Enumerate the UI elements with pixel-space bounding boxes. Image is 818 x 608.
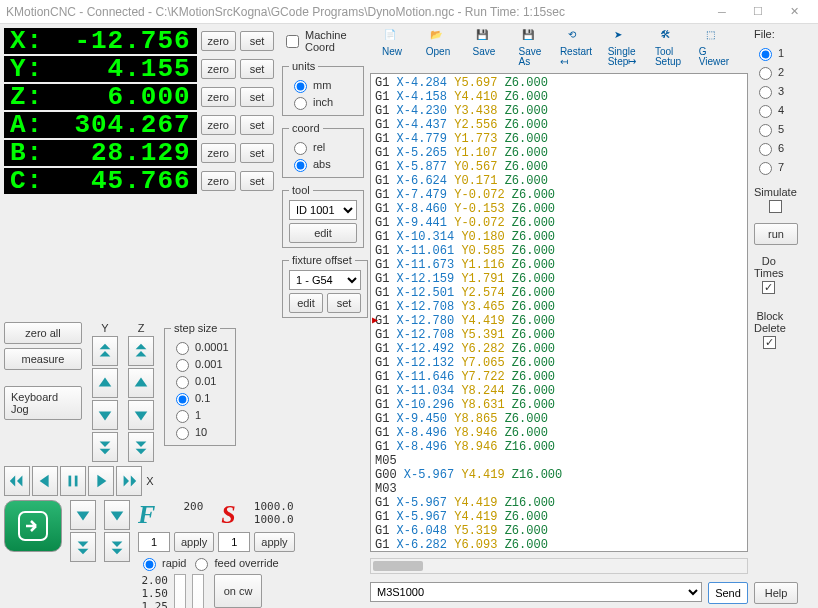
machine-coord-checkbox[interactable]: Machine Coord [282, 29, 364, 53]
keyboard-jog-button[interactable]: Keyboard Jog [4, 386, 82, 420]
toolbar-new-button[interactable]: 📄New [370, 30, 414, 67]
do-times-checkbox[interactable] [762, 281, 775, 294]
rapid-radio[interactable]: rapid [138, 555, 186, 571]
gcode-line[interactable]: G1 X-8.496 Y8.946 Z16.000 [375, 440, 743, 454]
gcode-line[interactable]: G1 X-11.673 Y1.116 Z6.000 [375, 258, 743, 272]
coord-rel-radio[interactable]: rel [289, 139, 357, 155]
gcode-line[interactable]: G1 X-12.132 Y7.065 Z6.000 [375, 356, 743, 370]
set-b-button[interactable]: set [240, 143, 274, 163]
gcode-line[interactable]: G1 X-10.296 Y8.631 Z6.000 [375, 398, 743, 412]
gcode-line[interactable]: M05 [375, 454, 743, 468]
jog-x-plus[interactable] [88, 466, 114, 496]
gcode-line[interactable]: G1 X-11.646 Y7.722 Z6.000 [375, 370, 743, 384]
file-2-radio[interactable]: 2 [754, 64, 784, 80]
step-10-radio[interactable]: 10 [171, 424, 229, 440]
gcode-line[interactable]: G1 X-6.048 Y5.319 Z6.000 [375, 524, 743, 538]
set-y-button[interactable]: set [240, 59, 274, 79]
gcode-listing[interactable]: G1 X-4.284 Y5.697 Z6.000G1 X-4.158 Y4.41… [370, 73, 748, 552]
gcode-line[interactable]: M03 [375, 482, 743, 496]
gcode-line[interactable]: G1 X-12.159 Y1.791 Z6.000 [375, 272, 743, 286]
mdi-command-select[interactable]: M3S1000 [370, 582, 702, 602]
jog-x-minus[interactable] [32, 466, 58, 496]
window-close-button[interactable]: ✕ [776, 0, 812, 24]
zero-b-button[interactable]: zero [201, 143, 236, 163]
step-0.0001-radio[interactable]: 0.0001 [171, 339, 229, 355]
fixture-select[interactable]: 1 - G54 [289, 270, 361, 290]
gcode-line[interactable]: G1 X-10.314 Y0.180 Z6.000 [375, 230, 743, 244]
gcode-line[interactable]: G1 X-12.501 Y2.574 Z6.000 [375, 286, 743, 300]
gcode-line[interactable]: G1 X-5.967 Y4.419 Z16.000 [375, 496, 743, 510]
toolbar-save-button[interactable]: 💾Save [462, 30, 506, 67]
gcode-line[interactable]: G1 X-9.441 Y-0.072 Z6.000 [375, 216, 743, 230]
jog-z-minus-fast[interactable] [128, 432, 154, 462]
window-minimize-button[interactable]: ─ [704, 0, 740, 24]
gcode-line[interactable]: G00 X-5.967 Y4.419 Z16.000 [375, 468, 743, 482]
gcode-line[interactable]: G1 X-12.708 Y5.391 Z6.000 [375, 328, 743, 342]
gcode-line[interactable]: G1 X-7.479 Y-0.072 Z6.000 [375, 188, 743, 202]
jog-z-minus[interactable] [128, 400, 154, 430]
set-x-button[interactable]: set [240, 31, 274, 51]
file-6-radio[interactable]: 6 [754, 140, 784, 156]
jog-y-minus[interactable] [92, 400, 118, 430]
jog-x-plus-fast[interactable] [116, 466, 142, 496]
set-z-button[interactable]: set [240, 87, 274, 107]
file-4-radio[interactable]: 4 [754, 102, 784, 118]
zero-a-button[interactable]: zero [201, 115, 236, 135]
zero-c-button[interactable]: zero [201, 171, 236, 191]
block-delete-checkbox[interactable] [763, 336, 776, 349]
toolbar-single-button[interactable]: ➤Single Step↦ [600, 30, 644, 67]
file-7-radio[interactable]: 7 [754, 159, 784, 175]
file-3-radio[interactable]: 3 [754, 83, 784, 99]
zero-z-button[interactable]: zero [201, 87, 236, 107]
coord-abs-radio[interactable]: abs [289, 156, 357, 172]
gcode-line[interactable]: G1 X-4.437 Y2.556 Z6.000 [375, 118, 743, 132]
zero-y-button[interactable]: zero [201, 59, 236, 79]
toolbar-saveas-button[interactable]: 💾Save As [508, 30, 552, 67]
jog-z-plus-fast[interactable] [128, 336, 154, 366]
jog-z-plus[interactable] [128, 368, 154, 398]
gcode-line[interactable]: G1 X-6.624 Y0.171 Z6.000 [375, 174, 743, 188]
step-0.001-radio[interactable]: 0.001 [171, 356, 229, 372]
spindle-override-slider[interactable] [192, 574, 204, 608]
simulate-checkbox[interactable] [769, 200, 782, 213]
toolbar-restart-button[interactable]: ⟲Restart ↤ [554, 30, 598, 67]
gcode-line[interactable]: G1 X-5.265 Y1.107 Z6.000 [375, 146, 743, 160]
gcode-line[interactable]: G1 X-5.967 Y4.419 Z6.000 [375, 510, 743, 524]
file-1-radio[interactable]: 1 [754, 45, 784, 61]
toolbar-tool-button[interactable]: 🛠Tool Setup [646, 30, 690, 67]
zero-x-button[interactable]: zero [201, 31, 236, 51]
gcode-hscrollbar[interactable] [370, 558, 748, 574]
feed-override-slider[interactable] [174, 574, 186, 608]
tool-select[interactable]: ID 1001 [289, 200, 357, 220]
toolbar-open-button[interactable]: 📂Open [416, 30, 460, 67]
fixture-edit-button[interactable]: edit [289, 293, 323, 313]
step-col2-down[interactable] [104, 500, 130, 530]
window-maximize-button[interactable]: ☐ [740, 0, 776, 24]
step-1-radio[interactable]: 1 [171, 407, 229, 423]
gcode-line[interactable]: G1 X-4.230 Y3.438 Z6.000 [375, 104, 743, 118]
feed-apply-button[interactable]: apply [174, 532, 214, 552]
gcode-line[interactable]: G1 X-4.158 Y4.410 Z6.000 [375, 90, 743, 104]
step-0.01-radio[interactable]: 0.01 [171, 373, 229, 389]
units-inch-radio[interactable]: inch [289, 94, 357, 110]
gcode-line[interactable]: G1 X-8.496 Y8.946 Z6.000 [375, 426, 743, 440]
gcode-line[interactable]: G1 X-4.779 Y1.773 Z6.000 [375, 132, 743, 146]
gcode-line[interactable]: G1 X-12.492 Y6.282 Z6.000 [375, 342, 743, 356]
file-5-radio[interactable]: 5 [754, 121, 784, 137]
gcode-line[interactable]: G1 X-11.061 Y0.585 Z6.000 [375, 244, 743, 258]
feed-override-radio[interactable]: feed override [190, 555, 278, 571]
gcode-line[interactable]: G1 X-12.708 Y3.465 Z6.000 [375, 300, 743, 314]
jog-pause[interactable] [60, 466, 86, 496]
spindle-override-input[interactable] [218, 532, 250, 552]
gcode-line[interactable]: G1 X-9.450 Y8.865 Z6.000 [375, 412, 743, 426]
fixture-set-button[interactable]: set [327, 293, 361, 313]
gcode-line[interactable]: G1 X-4.284 Y5.697 Z6.000 [375, 76, 743, 90]
step-0.1-radio[interactable]: 0.1 [171, 390, 229, 406]
set-a-button[interactable]: set [240, 115, 274, 135]
gcode-line[interactable]: G1 X-11.034 Y8.244 Z6.000 [375, 384, 743, 398]
gcode-line[interactable]: ▶G1 X-12.780 Y4.419 Z6.000 [375, 314, 743, 328]
send-button[interactable]: Send [708, 582, 748, 604]
step-col2-down-fast[interactable] [104, 532, 130, 562]
gcode-line[interactable]: G1 X-8.460 Y-0.153 Z6.000 [375, 202, 743, 216]
jog-x-minus-fast[interactable] [4, 466, 30, 496]
